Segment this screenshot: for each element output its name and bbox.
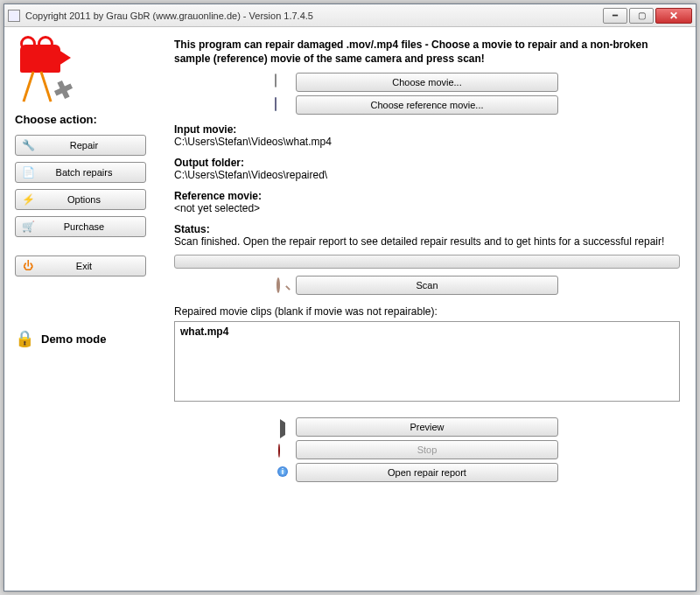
- app-logo: ✖: [15, 38, 85, 108]
- status-value: Scan finished. Open the repair report to…: [174, 235, 680, 248]
- exit-button[interactable]: ⏻ Exit: [15, 256, 146, 276]
- intro-text: This program can repair damaged .mov/.mp…: [174, 38, 680, 66]
- options-button[interactable]: ⚡ Options: [15, 189, 146, 210]
- list-item[interactable]: what.mp4: [180, 326, 674, 338]
- play-icon: [278, 423, 285, 435]
- magnifier-icon: [276, 279, 280, 291]
- tools-icon: ✖: [49, 74, 78, 108]
- output-folder-value: C:\Users\Stefan\Videos\repaired\: [174, 169, 680, 181]
- preview-button[interactable]: Preview: [296, 417, 558, 437]
- choose-reference-button[interactable]: Choose reference movie...: [296, 95, 558, 115]
- stop-icon: [278, 444, 280, 457]
- info-icon: i: [277, 466, 288, 477]
- input-movie-label: Input movie:: [174, 123, 680, 136]
- repair-button[interactable]: 🔧 Repair: [15, 135, 146, 156]
- status-label: Status:: [174, 223, 680, 235]
- maximize-button[interactable]: ▢: [629, 8, 654, 24]
- app-icon: [8, 10, 20, 22]
- main-panel: This program can repair damaged .mov/.mp…: [169, 34, 689, 584]
- image-icon: [275, 74, 276, 87]
- open-report-button[interactable]: Open repair report: [296, 463, 558, 482]
- stop-button: Stop: [296, 440, 558, 459]
- client-area: ✖ Choose action: 🔧 Repair 📄 Batch repair…: [4, 27, 696, 591]
- close-button[interactable]: ✕: [655, 8, 692, 24]
- batch-repairs-button[interactable]: 📄 Batch repairs: [15, 162, 146, 183]
- purchase-button[interactable]: 🛒 Purchase: [15, 216, 146, 237]
- window-controls: ━ ▢ ✕: [601, 8, 692, 24]
- camera-icon: [275, 98, 276, 110]
- lock-icon: 🔒: [15, 329, 34, 348]
- app-window: Copyright 2011 by Grau GbR (www.grauonli…: [4, 4, 696, 592]
- sidebar: ✖ Choose action: 🔧 Repair 📄 Batch repair…: [11, 34, 169, 584]
- repaired-list-label: Repaired movie clips (blank if movie was…: [174, 305, 680, 318]
- output-folder-label: Output folder:: [174, 157, 680, 169]
- input-movie-value: C:\Users\Stefan\Videos\what.mp4: [174, 136, 680, 148]
- reference-movie-label: Reference movie:: [174, 190, 680, 202]
- demo-mode-label: 🔒 Demo mode: [15, 329, 162, 348]
- repaired-list[interactable]: what.mp4: [174, 321, 680, 402]
- window-title: Copyright 2011 by Grau GbR (www.grauonli…: [25, 10, 601, 21]
- choose-movie-button[interactable]: Choose movie...: [296, 73, 558, 92]
- progress-bar: [174, 255, 680, 269]
- sidebar-heading: Choose action:: [15, 113, 162, 126]
- title-bar[interactable]: Copyright 2011 by Grau GbR (www.grauonli…: [4, 4, 696, 27]
- reference-movie-value: <not yet selected>: [174, 202, 680, 214]
- minimize-button[interactable]: ━: [603, 8, 627, 24]
- scan-button[interactable]: Scan: [296, 276, 558, 295]
